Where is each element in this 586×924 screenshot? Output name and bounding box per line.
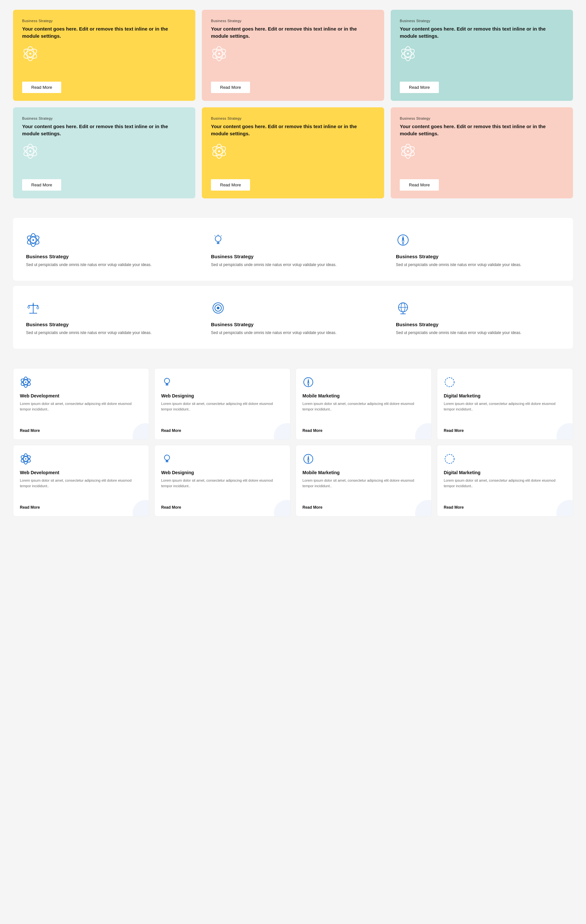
- dots-icon-s8: [444, 453, 566, 466]
- small-card-5-bg: [126, 493, 149, 516]
- svg-line-33: [215, 236, 215, 236]
- card-2-read-more[interactable]: Read More: [211, 82, 250, 93]
- svg-marker-81: [308, 455, 309, 459]
- compass-icon-s7: [303, 453, 425, 466]
- white-card-5-desc: Sed ut perspiciatis unde omnis iste natu…: [211, 330, 375, 336]
- svg-point-72: [25, 458, 26, 460]
- card-4-read-more[interactable]: Read More: [22, 179, 61, 191]
- white-card-2-desc: Sed ut perspiciatis unde omnis iste natu…: [211, 262, 375, 268]
- color-card-2: Business Strategy Your content goes here…: [202, 10, 384, 101]
- color-card-4: Business Strategy Your content goes here…: [13, 107, 195, 198]
- card-3-title: Your content goes here. Edit or remove t…: [400, 25, 564, 40]
- svg-point-19: [218, 150, 220, 152]
- svg-marker-37: [402, 236, 404, 240]
- bulb-icon-s6: [161, 453, 283, 466]
- white-card-5-title: Business Strategy: [211, 322, 375, 327]
- small-card-4-title: Digital Marketing: [444, 393, 566, 398]
- white-card-1-title: Business Strategy: [26, 254, 190, 259]
- svg-point-83: [415, 500, 432, 516]
- small-card-3-desc: Lorem ipsum dolor sit amet, consectetur …: [303, 401, 425, 424]
- small-card-2-title: Web Designing: [161, 393, 283, 398]
- small-card-5-read-more[interactable]: Read More: [20, 505, 142, 510]
- white-card-4-title: Business Strategy: [26, 322, 190, 327]
- color-card-6: Business Strategy Your content goes here…: [391, 107, 573, 198]
- small-card-4-bg: [550, 417, 573, 440]
- svg-point-57: [164, 378, 170, 383]
- white-card-6: Business Strategy Sed ut perspiciatis un…: [388, 291, 568, 343]
- small-card-3-bg: [409, 417, 432, 440]
- card-5-title: Your content goes here. Edit or remove t…: [211, 123, 375, 137]
- target-icon-w5: [211, 301, 375, 317]
- small-card-8-bg: [550, 493, 573, 516]
- svg-point-23: [407, 150, 409, 152]
- small-card-2-bg: [267, 417, 290, 440]
- small-card-7-read-more[interactable]: Read More: [303, 505, 425, 510]
- dots-icon-s4: [444, 376, 566, 389]
- color-card-3: Business Strategy Your content goes here…: [391, 10, 573, 101]
- small-card-3-read-more[interactable]: Read More: [303, 428, 425, 433]
- white-card-6-title: Business Strategy: [396, 322, 560, 327]
- white-card-4-desc: Sed ut perspiciatis unde omnis iste natu…: [26, 330, 190, 336]
- svg-point-84: [445, 454, 454, 464]
- small-card-3-title: Mobile Marketing: [303, 393, 425, 398]
- small-card-8-read-more[interactable]: Read More: [444, 505, 566, 510]
- svg-point-68: [556, 423, 573, 440]
- bulb-icon-w2: [211, 233, 375, 249]
- card-4-title: Your content goes here. Edit or remove t…: [22, 123, 186, 137]
- small-card-7-bg: [409, 493, 432, 516]
- globe-icon-w6: [396, 301, 560, 317]
- small-card-4-read-more[interactable]: Read More: [444, 428, 566, 433]
- atom-icon-3: [400, 46, 564, 76]
- svg-point-46: [217, 307, 219, 309]
- svg-point-73: [132, 500, 149, 516]
- color-card-1: Business Strategy Your content goes here…: [13, 10, 195, 101]
- small-card-3: Mobile Marketing Lorem ipsum dolor sit a…: [296, 368, 432, 440]
- card-1-read-more[interactable]: Read More: [22, 82, 61, 93]
- small-card-5-desc: Lorem ipsum dolor sit amet, consectetur …: [20, 478, 142, 501]
- white-card-2: Business Strategy Sed ut perspiciatis un…: [203, 223, 383, 276]
- atom-icon-5: [211, 143, 375, 173]
- small-card-7-desc: Lorem ipsum dolor sit amet, consectetur …: [303, 478, 425, 501]
- small-cards-row-1: Web Development Lorem ipsum dolor sit am…: [13, 368, 573, 440]
- svg-point-7: [218, 53, 220, 54]
- small-card-6-read-more[interactable]: Read More: [161, 505, 283, 510]
- colored-cards-grid: Business Strategy Your content goes here…: [13, 10, 573, 198]
- small-cards-row-2: Web Development Lorem ipsum dolor sit am…: [13, 445, 573, 516]
- card-1-title: Your content goes here. Edit or remove t…: [22, 25, 186, 40]
- white-card-3-desc: Sed ut perspiciatis unde omnis iste natu…: [396, 262, 560, 268]
- white-card-2-title: Business Strategy: [211, 254, 375, 259]
- bulb-icon-s2: [161, 376, 283, 389]
- atom-icon-6: [400, 143, 564, 173]
- card-6-category: Business Strategy: [400, 116, 564, 120]
- atom-icon-s1: [20, 376, 142, 389]
- small-card-1: Web Development Lorem ipsum dolor sit am…: [13, 368, 149, 440]
- small-card-4: Digital Marketing Lorem ipsum dolor sit …: [437, 368, 573, 440]
- small-card-7-title: Mobile Marketing: [303, 470, 425, 475]
- svg-point-3: [29, 53, 31, 54]
- small-card-6-title: Web Designing: [161, 470, 283, 475]
- card-6-read-more[interactable]: Read More: [400, 179, 439, 191]
- white-cards-row-1: Business Strategy Sed ut perspiciatis un…: [13, 218, 573, 280]
- section-small-cards: Web Development Lorem ipsum dolor sit am…: [13, 368, 573, 516]
- white-card-3: Business Strategy Sed ut perspiciatis un…: [388, 223, 568, 276]
- small-card-4-desc: Lorem ipsum dolor sit amet, consectetur …: [444, 401, 566, 424]
- card-3-read-more[interactable]: Read More: [400, 82, 439, 93]
- atom-icon-w1: [26, 233, 190, 249]
- compass-icon-s3: [303, 376, 425, 389]
- svg-point-28: [215, 236, 221, 242]
- svg-point-11: [407, 53, 409, 54]
- svg-point-67: [445, 378, 454, 387]
- svg-point-55: [25, 381, 26, 383]
- scales-icon-w4: [26, 301, 190, 317]
- card-5-read-more[interactable]: Read More: [211, 179, 250, 191]
- white-cards-row-2: Business Strategy Sed ut perspiciatis un…: [13, 286, 573, 349]
- white-card-4: Business Strategy Sed ut perspiciatis un…: [18, 291, 198, 343]
- svg-point-78: [274, 500, 290, 516]
- svg-point-43: [33, 304, 34, 305]
- small-card-5-title: Web Development: [20, 470, 142, 475]
- small-card-2-read-more[interactable]: Read More: [161, 428, 283, 433]
- small-card-7: Mobile Marketing Lorem ipsum dolor sit a…: [296, 445, 432, 516]
- card-1-category: Business Strategy: [22, 19, 186, 23]
- small-card-1-read-more[interactable]: Read More: [20, 428, 142, 433]
- svg-marker-38: [402, 240, 404, 244]
